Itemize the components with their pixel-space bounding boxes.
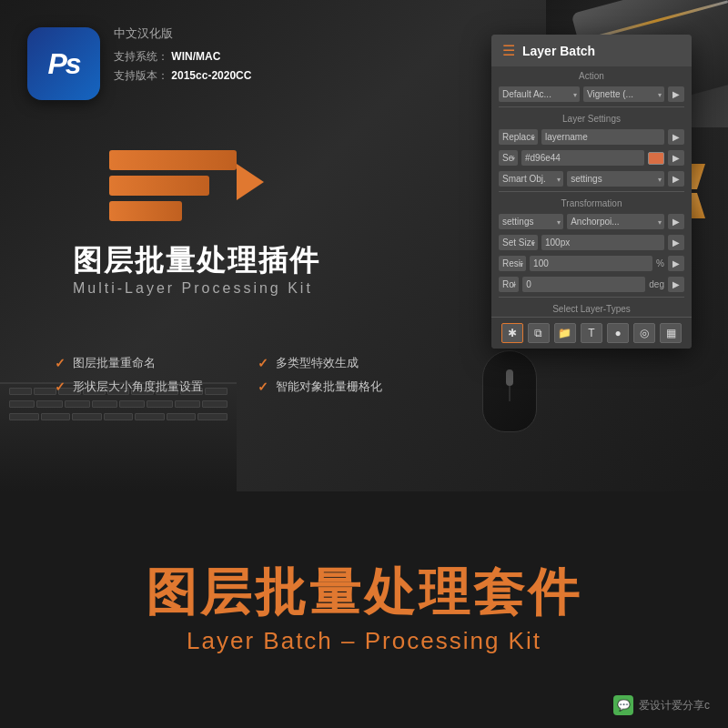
setsize-select[interactable]: Set Size	[499, 235, 538, 250]
support-system: 支持系统： WIN/MAC	[114, 49, 251, 65]
watermark: 💬 爱设计爱分享c	[613, 695, 710, 715]
layer-settings-label: Layer Settings	[491, 109, 692, 126]
separator-1	[499, 106, 684, 107]
toolbar-btn-copy[interactable]: ⧉	[528, 323, 550, 343]
replace-run-button[interactable]: ▶	[668, 129, 684, 145]
feature-text-2: 多类型特效生成	[276, 355, 359, 371]
size-input[interactable]	[541, 235, 664, 250]
layer-bar-2	[109, 176, 209, 196]
rotate-input[interactable]	[522, 277, 645, 292]
toolbar-btn-ring[interactable]: ◎	[633, 323, 655, 343]
main-title-english: Multi-Layer Processing Kit	[73, 280, 313, 297]
feature-item-4: ✓ 智能对象批量栅格化	[258, 379, 406, 395]
feature-item-3: ✓ 形状层大小角度批量设置	[55, 379, 203, 395]
color-swatch[interactable]	[648, 152, 664, 165]
transformation-label: Transformation	[491, 194, 692, 211]
resize-input[interactable]	[530, 256, 652, 271]
feature-item-1: ✓ 图层批量重命名	[55, 355, 203, 371]
rotate-select[interactable]: Rotate	[499, 277, 519, 292]
top-section: Ps 中文汉化版 支持系统： WIN/MAC 支持版本： 2015cc-2020…	[0, 0, 728, 491]
setsize-row[interactable]: Set Size ▶	[491, 232, 692, 253]
rotate-row[interactable]: Rotate deg ▶	[491, 274, 692, 295]
layer-bar-3	[109, 201, 182, 221]
resize-run-button[interactable]: ▶	[668, 256, 684, 271]
layer-type-toolbar: ✱ ⧉ 📁 T ● ◎ ▦	[491, 317, 692, 349]
layer-replace-row[interactable]: Replace ▶	[491, 126, 692, 147]
check-icon-1: ✓	[55, 356, 66, 370]
resize-select[interactable]: Resize	[499, 256, 526, 271]
panel-header-title: Layer Batch	[522, 44, 595, 58]
trans-settings-select[interactable]: settings	[499, 214, 563, 229]
action-select-2[interactable]: Vignette (...	[583, 86, 664, 102]
chinese-version-label: 中文汉化版	[114, 25, 251, 42]
main-title-chinese: 图层批量处理插件	[73, 241, 320, 281]
feature-text-3: 形状层大小角度批量设置	[73, 379, 203, 395]
watermark-text: 爱设计爱分享c	[639, 698, 710, 713]
action-run-button[interactable]: ▶	[668, 86, 684, 102]
bottom-title-chinese: 图层批量处理套件	[146, 564, 582, 621]
trans1-run-button[interactable]: ▶	[668, 214, 684, 229]
panel-ui: ☰ Layer Batch Action Default Ac... Vigne…	[491, 35, 692, 349]
toolbar-btn-star[interactable]: ✱	[501, 323, 523, 343]
color-run-button[interactable]: ▶	[668, 150, 684, 166]
version-info: 中文汉化版 支持系统： WIN/MAC 支持版本： 2015cc-2020CC	[114, 25, 251, 87]
color-value-input[interactable]	[521, 150, 644, 166]
toolbar-btn-folder[interactable]: 📁	[554, 323, 576, 343]
check-icon-2: ✓	[258, 356, 268, 370]
rotate-unit: deg	[649, 279, 664, 289]
layer-bar-1	[109, 150, 237, 170]
features-list: ✓ 图层批量重命名 ✓ 多类型特效生成 ✓ 形状层大小角度批量设置 ✓ 智能对象…	[55, 355, 406, 395]
select-layer-types-label: Select Layer-Types	[491, 299, 692, 317]
support-version: 支持版本： 2015cc-2020CC	[114, 68, 251, 84]
check-icon-4: ✓	[258, 379, 268, 394]
feature-text-1: 图层批量重命名	[73, 355, 156, 371]
set-color-select[interactable]: Set Color	[499, 150, 518, 166]
replace-select[interactable]: Replace	[499, 129, 538, 145]
smart-obj-row[interactable]: Smart Obj. settings ▶	[491, 168, 692, 189]
toolbar-btn-circle[interactable]: ●	[607, 323, 629, 343]
trans-row-1[interactable]: settings Anchorpoi... ▶	[491, 211, 692, 232]
deco-laptop	[0, 382, 237, 491]
bottom-title-english: Layer Batch – Processing Kit	[187, 627, 541, 655]
deco-mouse	[482, 350, 546, 437]
color-row[interactable]: Set Color ▶	[491, 147, 692, 168]
bottom-section: 图层批量处理套件 Layer Batch – Processing Kit 💬 …	[0, 491, 728, 728]
feature-item-2: ✓ 多类型特效生成	[258, 355, 406, 371]
rotate-run-button[interactable]: ▶	[668, 277, 684, 292]
check-icon-3: ✓	[55, 379, 66, 394]
resize-row[interactable]: Resize % ▶	[491, 253, 692, 274]
panel-header: ☰ Layer Batch	[491, 35, 692, 66]
action-select-1[interactable]: Default Ac...	[499, 86, 580, 102]
action-section-label: Action	[491, 66, 692, 84]
layername-input[interactable]	[541, 129, 664, 145]
panel-header-icon: ☰	[502, 42, 515, 59]
setsize-run-button[interactable]: ▶	[668, 235, 684, 250]
center-layer-icon	[109, 150, 237, 221]
separator-3	[499, 297, 684, 298]
anchorpoint-select[interactable]: Anchorpoi...	[567, 214, 664, 229]
smart-obj-select[interactable]: Smart Obj.	[499, 171, 563, 187]
play-arrow-icon	[237, 164, 264, 200]
resize-unit: %	[656, 258, 664, 268]
action-row[interactable]: Default Ac... Vignette (... ▶	[491, 84, 692, 105]
smart-run-button[interactable]: ▶	[668, 171, 684, 187]
smart-settings-select[interactable]: settings	[567, 171, 664, 187]
feature-text-4: 智能对象批量栅格化	[276, 379, 382, 395]
wechat-icon: 💬	[613, 695, 633, 715]
toolbar-btn-grid[interactable]: ▦	[660, 323, 682, 343]
toolbar-btn-text[interactable]: T	[581, 323, 602, 343]
ps-logo: Ps	[27, 27, 100, 100]
separator-2	[499, 191, 684, 192]
